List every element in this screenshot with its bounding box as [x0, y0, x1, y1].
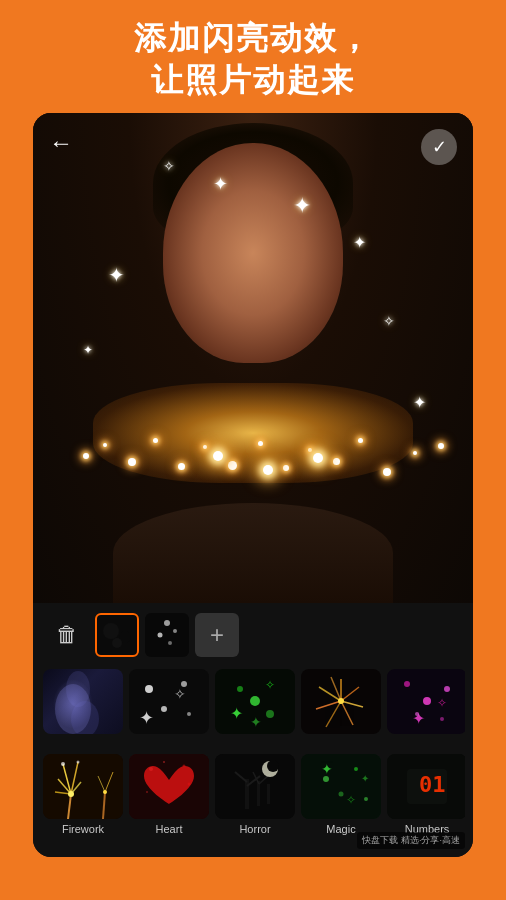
- svg-point-12: [161, 706, 167, 712]
- firework-big-thumb: [301, 669, 381, 734]
- svg-point-71: [339, 792, 344, 797]
- svg-rect-58: [215, 754, 295, 819]
- light-dot: [358, 438, 363, 443]
- heart-label: Heart: [129, 823, 209, 835]
- pink-sparkle-svg: ✦ ✧: [387, 669, 465, 734]
- effect-smoke[interactable]: [43, 669, 123, 738]
- back-button[interactable]: ←: [49, 129, 73, 157]
- green-sparkle-thumb: ✦ ✧ ✦: [215, 669, 295, 734]
- svg-point-54: [183, 765, 186, 768]
- svg-point-30: [338, 698, 344, 704]
- firework-big-svg: [301, 669, 381, 734]
- trash-button[interactable]: 🗑: [45, 613, 89, 657]
- add-effect-button[interactable]: +: [195, 613, 239, 657]
- svg-point-32: [404, 681, 410, 687]
- effect-green-sparkle[interactable]: ✦ ✧ ✦: [215, 669, 295, 738]
- light-dot: [203, 445, 207, 449]
- sparkle-star: ✧: [163, 158, 175, 174]
- svg-text:✦: ✦: [361, 773, 369, 784]
- svg-point-17: [237, 686, 243, 692]
- shoulders: [113, 503, 393, 603]
- category-numbers[interactable]: 01 Numbers: [387, 754, 465, 835]
- sparkle-star: ✦: [293, 193, 311, 219]
- svg-text:01: 01: [419, 772, 446, 797]
- effect-thumb-svg2: [145, 613, 189, 657]
- confirm-button[interactable]: ✓: [421, 129, 457, 165]
- header-title: 添加闪亮动效， 让照片动起来: [0, 0, 506, 113]
- current-effects-row: 🗑 +: [41, 613, 465, 657]
- firework-cat-svg: [43, 754, 123, 819]
- photo-area: ✦ ✦ ✧ ✦ ✦ ✧ ✦ ✦ ← ✓: [33, 113, 473, 603]
- light-strand: [73, 423, 433, 493]
- svg-rect-38: [43, 754, 123, 819]
- effects-panel: 🗑 +: [33, 603, 473, 857]
- light-dot: [103, 443, 107, 447]
- light-dot: [178, 463, 185, 470]
- light-dot: [128, 458, 136, 466]
- svg-text:✧: ✧: [437, 696, 447, 710]
- category-magic[interactable]: ✦ ✧ ✦ Magic: [301, 754, 381, 835]
- svg-point-53: [149, 767, 153, 771]
- firework-cat-thumb: [43, 754, 123, 819]
- svg-point-16: [250, 696, 260, 706]
- header-section: 添加闪亮动效， 让照片动起来: [0, 0, 506, 113]
- svg-point-18: [266, 710, 274, 718]
- svg-text:✦: ✦: [139, 708, 154, 728]
- sparkle-star: ✦: [213, 173, 228, 195]
- heart-thumb: [129, 754, 209, 819]
- sparkle-star: ✦: [353, 233, 366, 252]
- magic-svg: ✦ ✧ ✦: [301, 754, 381, 819]
- svg-point-72: [364, 797, 368, 801]
- watermark: 快盘下载 精选·分享·高速: [357, 832, 465, 849]
- sparkle-star: ✧: [383, 313, 395, 329]
- light-dot: [213, 451, 223, 461]
- light-dot: [283, 465, 289, 471]
- svg-point-10: [145, 685, 153, 693]
- header-line1: 添加闪亮动效，: [20, 18, 486, 60]
- smoke-svg: [43, 669, 123, 734]
- horror-svg: [215, 754, 295, 819]
- svg-line-23: [341, 687, 359, 701]
- smoke-thumb: [43, 669, 123, 734]
- svg-point-13: [187, 712, 191, 716]
- svg-rect-59: [245, 779, 249, 809]
- svg-point-47: [77, 761, 80, 764]
- light-dot: [383, 468, 391, 476]
- light-dot: [333, 458, 340, 465]
- horror-label: Horror: [215, 823, 295, 835]
- light-dot: [153, 438, 158, 443]
- svg-point-57: [146, 791, 148, 793]
- phone-frame: ✦ ✦ ✧ ✦ ✦ ✧ ✦ ✦ ← ✓ 🗑: [33, 113, 473, 857]
- svg-text:✦: ✦: [250, 714, 262, 730]
- category-horror[interactable]: Horror: [215, 754, 295, 835]
- category-firework[interactable]: Firework: [43, 754, 123, 835]
- firework-small-thumb: ✦ ✧: [129, 669, 209, 734]
- svg-rect-60: [257, 781, 260, 806]
- category-effects-row: Firework Hear: [41, 750, 465, 839]
- svg-point-37: [415, 712, 419, 716]
- firework-label: Firework: [43, 823, 123, 835]
- svg-point-34: [440, 717, 444, 721]
- numbers-thumb: 01: [387, 754, 465, 819]
- svg-line-25: [341, 701, 353, 725]
- effect-firework-big[interactable]: [301, 669, 381, 738]
- svg-point-8: [66, 671, 90, 707]
- svg-point-6: [168, 641, 172, 645]
- light-dot: [83, 453, 89, 459]
- light-dot: [258, 441, 263, 446]
- svg-point-0: [103, 623, 119, 639]
- photo-background: ✦ ✦ ✧ ✦ ✦ ✧ ✦ ✦: [33, 113, 473, 603]
- category-heart[interactable]: Heart: [129, 754, 209, 835]
- svg-text:✦: ✦: [230, 705, 243, 722]
- svg-point-3: [164, 620, 170, 626]
- green-sparkle-svg: ✦ ✧ ✦: [215, 669, 295, 734]
- svg-text:✧: ✧: [174, 686, 186, 702]
- svg-rect-68: [301, 754, 381, 819]
- applied-effect-1[interactable]: [95, 613, 139, 657]
- svg-text:✧: ✧: [346, 793, 356, 807]
- svg-point-31: [423, 697, 431, 705]
- applied-effect-2[interactable]: [145, 613, 189, 657]
- effect-pink-sparkle[interactable]: ✦ ✧: [387, 669, 465, 738]
- effect-firework-small[interactable]: ✦ ✧: [129, 669, 209, 738]
- svg-text:✦: ✦: [321, 761, 333, 777]
